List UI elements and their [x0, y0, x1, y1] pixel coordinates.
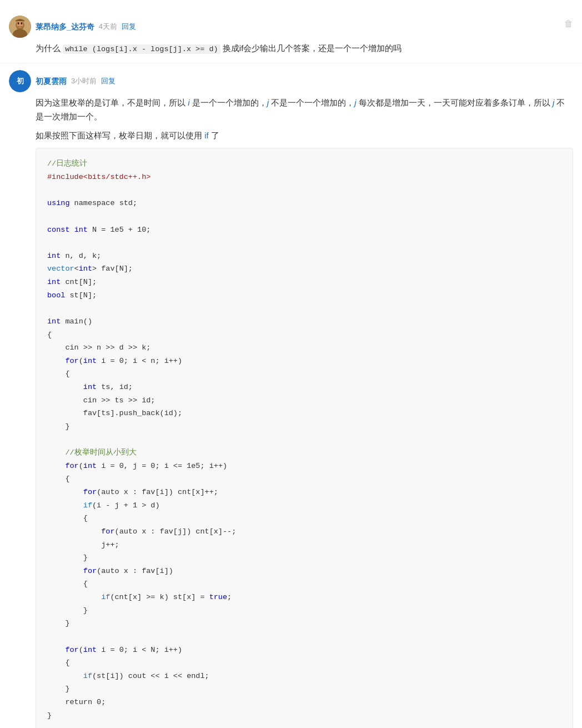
code-for-2: for: [65, 462, 78, 470]
code-while: while (logs[i].x - logs[j].x >= d): [63, 44, 220, 54]
avatar-chunxia: 初: [9, 70, 31, 92]
reply-paragraph-1: 因为这里枚举的是订单，不是时间，所以 i 是一个一个增加的，j 不是一个一个增加…: [36, 96, 573, 124]
code-type-int-3: int: [79, 265, 92, 273]
code-if-1: if: [83, 501, 92, 510]
var-i-1: i: [188, 98, 189, 107]
code-type-bool: bool: [47, 291, 65, 300]
avatar-image-chunxia: 初: [9, 70, 31, 92]
code-vector: vector: [47, 265, 74, 273]
code-include: #include<bits/stdc++.h>: [47, 173, 150, 181]
code-if-2: if: [101, 593, 110, 601]
var-j-3: j: [553, 98, 554, 107]
content-prefix: 为什么: [36, 43, 63, 53]
username-chunxia: 初夏雲雨: [36, 75, 67, 87]
code-using: using: [47, 199, 70, 207]
code-type-int-main: int: [47, 317, 61, 326]
reply-section: 初 初夏雲雨 3小时前 回复 因为这里枚举的是订单，不是时间，所以 i 是一个一…: [0, 63, 582, 728]
var-j-1: j: [267, 98, 269, 107]
top-comment-header: 莱昂纳多_达芬奇 4天前 回复: [9, 16, 573, 38]
reply-button-chunxia[interactable]: 回复: [101, 76, 116, 86]
code-block: //日志统计 #include<bits/stdc++.h> using nam…: [36, 148, 573, 728]
reply-block: 初 初夏雲雨 3小时前 回复 因为这里枚举的是订单，不是时间，所以 i 是一个一…: [9, 70, 573, 728]
svg-point-5: [21, 22, 23, 24]
username-davinci-top: 莱昂纳多_达芬奇: [36, 21, 94, 33]
delete-icon-top[interactable]: 🗑: [564, 17, 573, 31]
code-true: true: [209, 593, 227, 601]
time-davinci-top: 4天前: [99, 21, 117, 33]
time-chunxia: 3小时前: [71, 76, 97, 87]
code-type-int-4: int: [47, 278, 61, 286]
code-int-for2: int: [83, 462, 97, 470]
code-if-3: if: [83, 672, 92, 680]
reply-content: 因为这里枚举的是订单，不是时间，所以 i 是一个一个增加的，j 不是一个一个增加…: [36, 96, 573, 728]
avatar-label-chunxia: 初: [17, 76, 24, 87]
avatar-davinci-top: [9, 16, 31, 38]
code-type-int-1: int: [74, 226, 88, 234]
reply-paragraph-2: 如果按照下面这样写，枚举日期，就可以使用 if 了: [36, 128, 573, 143]
code-pre: //日志统计 #include<bits/stdc++.h> using nam…: [47, 157, 561, 722]
code-for-3: for: [65, 646, 78, 654]
avatar-image-top: [9, 16, 31, 38]
top-comment: 莱昂纳多_达芬奇 4天前 回复 为什么 while (logs[i].x - l…: [0, 9, 582, 63]
code-int-for3: int: [83, 646, 97, 654]
reply-header: 初 初夏雲雨 3小时前 回复: [9, 70, 573, 92]
page-container: 莱昂纳多_达芬奇 4天前 回复 为什么 while (logs[i].x - l…: [0, 0, 582, 728]
code-comment-title: //日志统计: [47, 159, 87, 168]
code-for-1: for: [65, 357, 78, 365]
code-int-for1: int: [83, 357, 97, 365]
code-int-ts: int: [83, 383, 97, 391]
var-j-2: j: [354, 98, 356, 107]
code-for-auto-2: for: [101, 527, 114, 536]
code-type-int-2: int: [47, 252, 61, 260]
code-for-auto-3: for: [83, 567, 97, 575]
top-comment-content: 为什么 while (logs[i].x - logs[j].x >= d) 换…: [36, 41, 573, 56]
content-suffix: 换成if会少输出几个答案，还是一个一个增加的吗: [220, 43, 402, 53]
code-comment-enum: //枚举时间从小到大: [65, 448, 136, 457]
code-for-auto-1: for: [83, 488, 97, 496]
reply-button-top[interactable]: 回复: [122, 22, 136, 32]
code-const: const: [47, 226, 70, 234]
keyword-if: if: [204, 131, 209, 140]
svg-point-4: [18, 22, 19, 24]
